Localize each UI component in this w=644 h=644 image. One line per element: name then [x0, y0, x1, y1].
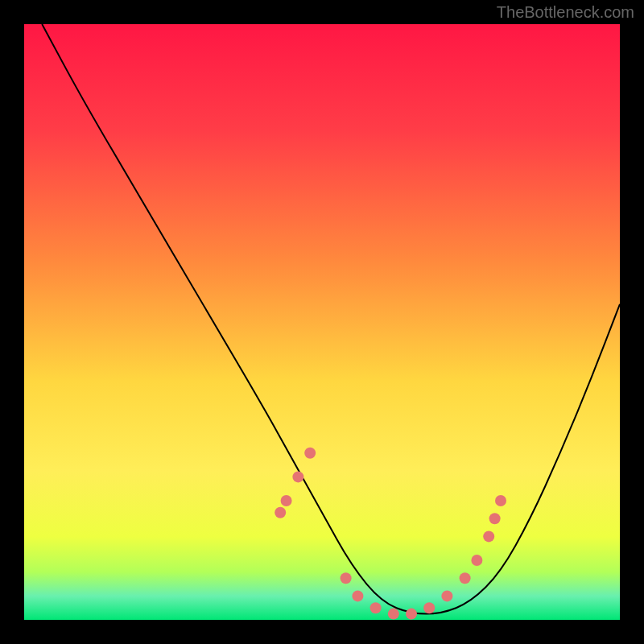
- data-dot: [471, 555, 482, 566]
- data-dot: [460, 572, 471, 584]
- plot-area: [24, 24, 620, 620]
- data-dot: [489, 513, 501, 524]
- data-dot: [341, 572, 352, 584]
- data-dots: [275, 448, 506, 620]
- watermark-text: TheBottleneck.com: [497, 3, 634, 22]
- data-dot: [352, 590, 363, 601]
- data-dot: [406, 609, 417, 620]
- data-dot: [281, 495, 292, 506]
- data-dot: [495, 495, 506, 506]
- data-dot: [304, 448, 316, 459]
- data-dot: [292, 471, 303, 482]
- data-dot: [423, 602, 435, 613]
- data-dot: [483, 530, 494, 542]
- curve-layer: [24, 24, 620, 620]
- data-dot: [370, 602, 382, 613]
- bottleneck-curve: [42, 24, 620, 614]
- data-dot: [388, 609, 399, 620]
- data-dot: [441, 590, 452, 601]
- data-dot: [275, 507, 286, 518]
